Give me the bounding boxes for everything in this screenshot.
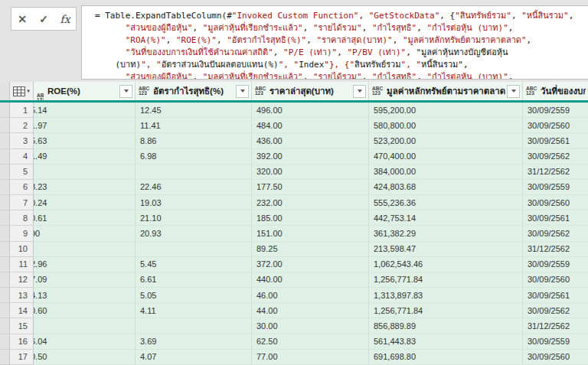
table-cell[interactable]: 46.00 (252, 288, 369, 303)
table-cell[interactable] (34, 318, 136, 334)
table-cell[interactable]: 6.04 (34, 334, 136, 350)
table-cell[interactable]: 30.00 (252, 318, 369, 334)
table-cell[interactable]: 30/09/2560 (523, 272, 588, 288)
table-cell[interactable]: 555,236.36 (369, 195, 523, 210)
table-cell[interactable]: 436.00 (252, 133, 369, 148)
table-cell[interactable]: 90 (34, 226, 136, 241)
row-number[interactable]: 13 (10, 288, 34, 303)
table-cell[interactable] (136, 242, 252, 257)
table-cell[interactable]: 30/09/2562 (523, 226, 588, 241)
row-number[interactable]: 7 (10, 195, 34, 210)
row-number[interactable]: 12 (10, 272, 34, 288)
table-cell[interactable]: 31/12/2562 (523, 165, 588, 180)
table-cell[interactable]: 6.98 (136, 149, 252, 165)
table-cell[interactable]: 151.00 (252, 226, 369, 241)
table-cell[interactable]: 0.24 (34, 195, 136, 210)
table-cell[interactable]: 5.05 (136, 288, 252, 303)
table-cell[interactable] (136, 165, 252, 180)
filter-dropdown-button[interactable] (507, 85, 520, 98)
table-cell[interactable]: 30/09/2560 (523, 350, 588, 365)
table-cell[interactable]: 2.96 (34, 257, 136, 272)
column-header[interactable]: ABC123อัตรากำไรสุทธิ(%) (136, 82, 252, 100)
cancel-icon[interactable]: ✕ (14, 11, 31, 28)
table-cell[interactable]: 496.00 (252, 103, 369, 118)
column-header[interactable]: ABC123มูลค่าหลักทรัพย์ตามราคาตลาด (369, 82, 523, 100)
table-cell[interactable]: 30/09/2561 (523, 288, 588, 303)
table-cell[interactable]: 0.61 (34, 210, 136, 226)
row-number[interactable]: 11 (10, 257, 34, 272)
table-cell[interactable]: 30/09/2562 (523, 149, 588, 165)
row-number[interactable]: 4 (10, 149, 34, 165)
table-cell[interactable]: 320.00 (252, 165, 369, 180)
table-cell[interactable]: 62.50 (252, 334, 369, 350)
table-cell[interactable]: 1,062,543.46 (369, 257, 523, 272)
table-cell[interactable]: 4.13 (34, 288, 136, 303)
table-cell[interactable]: 4.07 (136, 350, 252, 365)
table-cell[interactable]: 523,200.00 (369, 133, 523, 148)
table-cell[interactable]: 384,000.00 (369, 165, 523, 180)
table-cell[interactable]: 440.00 (252, 272, 369, 288)
table-cell[interactable]: 424,803.68 (369, 180, 523, 195)
table-cell[interactable]: 213,598.47 (369, 242, 523, 257)
table-cell[interactable]: 8.23 (34, 180, 136, 195)
table-cell[interactable]: 30/09/2561 (523, 133, 588, 148)
table-cell[interactable]: 561,443.83 (369, 334, 523, 350)
table-cell[interactable]: 372.00 (252, 257, 369, 272)
row-number[interactable]: 14 (10, 303, 34, 318)
table-cell[interactable]: 5.63 (34, 133, 136, 148)
table-cell[interactable]: 0.50 (34, 350, 136, 365)
column-header[interactable]: ABC123ROE(%) (34, 82, 136, 100)
table-cell[interactable]: 4.11 (136, 303, 252, 318)
table-cell[interactable] (34, 242, 136, 257)
table-cell[interactable]: 30/09/2559 (523, 103, 588, 118)
table-menu-button[interactable]: ▾ (10, 82, 34, 100)
table-cell[interactable]: 77.00 (252, 350, 369, 365)
row-number[interactable]: 17 (10, 350, 34, 365)
table-cell[interactable]: 30/09/2560 (523, 195, 588, 210)
row-number[interactable]: 15 (10, 318, 34, 334)
table-cell[interactable]: 30/09/2559 (523, 257, 588, 272)
table-cell[interactable]: 580,800.00 (369, 118, 523, 133)
table-cell[interactable]: 31/12/2562 (523, 242, 588, 257)
row-number[interactable]: 10 (10, 242, 34, 257)
table-cell[interactable]: 21.10 (136, 210, 252, 226)
row-number[interactable]: 16 (10, 334, 34, 350)
table-cell[interactable]: 11.41 (136, 118, 252, 133)
table-cell[interactable]: 5.14 (34, 103, 136, 118)
table-cell[interactable]: 5.45 (136, 257, 252, 272)
table-cell[interactable]: 595,200.00 (369, 103, 523, 118)
filter-dropdown-button[interactable] (119, 85, 132, 98)
table-cell[interactable]: 1,256,771.84 (369, 303, 523, 318)
filter-dropdown-button[interactable] (353, 85, 366, 98)
table-cell[interactable]: 30/09/2561 (523, 210, 588, 226)
table-cell[interactable]: 19.03 (136, 195, 252, 210)
table-cell[interactable]: 44.00 (252, 303, 369, 318)
formula-input[interactable]: = Table.ExpandTableColumn(#"Invoked Cust… (81, 5, 588, 80)
commit-check-icon[interactable]: ✓ (35, 11, 52, 28)
table-cell[interactable]: 470,400.00 (369, 149, 523, 165)
table-cell[interactable]: 31/12/2562 (523, 318, 588, 334)
row-number[interactable]: 5 (10, 165, 34, 180)
table-cell[interactable]: 0.60 (34, 303, 136, 318)
table-cell[interactable]: 30/09/2560 (523, 118, 588, 133)
table-cell[interactable]: 6.61 (136, 272, 252, 288)
table-cell[interactable] (34, 165, 136, 180)
table-cell[interactable]: 1,313,897.83 (369, 288, 523, 303)
table-cell[interactable]: 185.00 (252, 210, 369, 226)
table-cell[interactable] (136, 318, 252, 334)
fx-icon[interactable]: fx (57, 11, 74, 28)
table-cell[interactable]: 177.50 (252, 180, 369, 195)
row-number[interactable]: 6 (10, 180, 34, 195)
table-cell[interactable]: 20.93 (136, 226, 252, 241)
column-header[interactable]: ABC123วันที่ของงบก (523, 82, 588, 100)
row-number[interactable]: 8 (10, 210, 34, 226)
table-cell[interactable]: 1.97 (34, 118, 136, 133)
table-cell[interactable]: 392.00 (252, 149, 369, 165)
table-cell[interactable]: 484.00 (252, 118, 369, 133)
row-number[interactable]: 9 (10, 226, 34, 241)
table-cell[interactable]: 856,889.89 (369, 318, 523, 334)
table-cell[interactable]: 89.25 (252, 242, 369, 257)
table-cell[interactable]: 232.00 (252, 195, 369, 210)
column-header[interactable]: ABC123ราคาล่าสุด(บาท) (252, 82, 369, 100)
row-number[interactable]: 1 (10, 103, 34, 118)
